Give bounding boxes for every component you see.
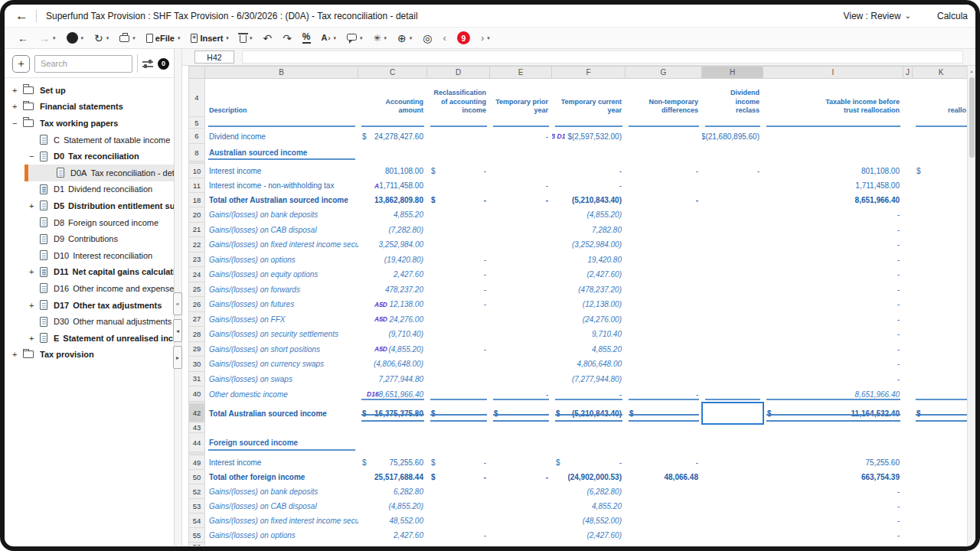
cell-E28[interactable] bbox=[490, 327, 552, 342]
column-title-E4[interactable]: Temporary prior year bbox=[490, 79, 552, 117]
cell-C18[interactable]: 13,862,809.80 bbox=[358, 193, 427, 207]
cell-F20[interactable]: (4,855.20) bbox=[552, 207, 626, 223]
cell-E31[interactable] bbox=[490, 372, 552, 387]
row-header-11[interactable]: 11 bbox=[188, 178, 205, 193]
column-title-F4[interactable]: Temporary current year bbox=[552, 79, 626, 117]
cell-F10[interactable]: - bbox=[552, 164, 626, 178]
cell-K25[interactable] bbox=[913, 282, 967, 298]
cell-H29[interactable] bbox=[702, 342, 763, 357]
cell-B31[interactable]: Gains/(losses) on swaps bbox=[205, 372, 358, 387]
cell-B26[interactable]: Gains/(losses) on futures bbox=[205, 297, 358, 312]
cell-E23[interactable] bbox=[490, 253, 552, 268]
cell-C22[interactable]: 3,252,984.00 bbox=[358, 237, 427, 253]
cell-K50[interactable] bbox=[913, 470, 967, 484]
cell-C29[interactable]: A5D(4,855.20) bbox=[358, 342, 427, 357]
cell-D54[interactable] bbox=[427, 514, 490, 528]
cell-E42[interactable]: $- bbox=[490, 404, 552, 422]
cell-E18[interactable]: - bbox=[490, 193, 552, 207]
cell-I26[interactable]: - bbox=[763, 297, 903, 312]
comment-button[interactable]: ▾ bbox=[341, 28, 368, 48]
expand-icon[interactable]: + bbox=[12, 350, 23, 359]
expand-icon[interactable]: + bbox=[29, 301, 40, 310]
cell-K5[interactable] bbox=[913, 117, 967, 129]
cell-I50[interactable]: 663,754.39 bbox=[763, 470, 903, 484]
cell-I56[interactable] bbox=[763, 543, 903, 546]
cell-J24[interactable] bbox=[903, 267, 913, 282]
column-header-F[interactable]: F bbox=[552, 66, 626, 79]
cell-E24[interactable] bbox=[490, 267, 552, 282]
cell-F5[interactable] bbox=[552, 117, 626, 129]
cell-J30[interactable] bbox=[903, 357, 913, 372]
row-header-42[interactable]: 42 bbox=[188, 404, 205, 422]
cell-G26[interactable] bbox=[626, 297, 702, 312]
calculate-button[interactable]: % bbox=[297, 28, 316, 48]
cell-C42[interactable]: $16,375,375.80 bbox=[358, 404, 427, 422]
cell-I27[interactable]: - bbox=[763, 312, 903, 328]
cell-E25[interactable] bbox=[490, 282, 552, 298]
row-header-24[interactable]: 24 bbox=[188, 267, 205, 282]
cell-D22[interactable] bbox=[427, 237, 490, 253]
cell-K55[interactable] bbox=[913, 528, 967, 543]
cell-H22[interactable] bbox=[702, 237, 763, 253]
cell-G28[interactable] bbox=[626, 327, 702, 342]
cell-G50[interactable]: 48,066.48 bbox=[626, 470, 702, 484]
cell-B21[interactable]: Gains/(losses) on CAB disposal bbox=[205, 223, 358, 238]
nud1ge-right-button[interactable]: ▸ bbox=[173, 346, 182, 369]
cell-K31[interactable] bbox=[913, 372, 967, 387]
cell-J40[interactable] bbox=[903, 386, 913, 402]
cell-B28[interactable]: Gains/(losses) on security settlements bbox=[205, 327, 358, 342]
cell-K28[interactable] bbox=[913, 327, 967, 342]
row-header-20[interactable]: 20 bbox=[188, 207, 205, 223]
cell-K6[interactable] bbox=[913, 129, 967, 144]
cell-I44[interactable] bbox=[763, 433, 903, 452]
cell-I6[interactable] bbox=[763, 129, 903, 144]
cell-B10[interactable]: Interest income bbox=[205, 164, 358, 178]
cell-J53[interactable] bbox=[903, 499, 913, 514]
cell-B49[interactable]: Interest income bbox=[205, 455, 358, 470]
cell-J25[interactable] bbox=[903, 282, 913, 298]
cell-E40[interactable]: - bbox=[490, 386, 552, 402]
cell-C23[interactable]: (19,420.80) bbox=[358, 253, 427, 268]
cell-G29[interactable] bbox=[626, 342, 702, 357]
cell-D25[interactable]: - bbox=[427, 282, 490, 298]
page-back-icon[interactable]: ← bbox=[5, 8, 36, 24]
column-header-B[interactable]: B bbox=[205, 66, 358, 79]
cell-J5[interactable] bbox=[903, 117, 913, 129]
cell-H25[interactable] bbox=[702, 282, 763, 298]
cell-F18[interactable]: (5,210,843.40) bbox=[552, 193, 626, 207]
forward-button[interactable]: →▾ bbox=[34, 28, 61, 48]
cell-G10[interactable]: - bbox=[626, 164, 702, 178]
cell-C30[interactable]: (4,806,648.00) bbox=[358, 357, 427, 372]
cell-K43[interactable] bbox=[913, 422, 967, 433]
cell-J55[interactable] bbox=[903, 528, 913, 543]
cell-E22[interactable] bbox=[490, 237, 552, 253]
cell-C6[interactable]: $24,278,427.60 bbox=[358, 129, 427, 144]
cell-H6[interactable]: $(21,680,895.60) bbox=[702, 129, 763, 144]
row-header-18[interactable]: 18 bbox=[188, 193, 205, 207]
cell-K23[interactable] bbox=[913, 253, 967, 268]
xref-link[interactable]: A5D bbox=[362, 301, 387, 308]
cell-I10[interactable]: 801,108.00 bbox=[763, 164, 903, 178]
sidebar-item-d5[interactable]: +D5Distribution entitlement summary bbox=[5, 197, 174, 214]
cell-D42[interactable]: $- bbox=[427, 404, 490, 422]
web-link-button[interactable]: ⊕▾ bbox=[392, 28, 417, 48]
font-options-button[interactable]: A▾ bbox=[316, 28, 341, 48]
column-header-G[interactable]: G bbox=[626, 66, 702, 79]
cell-K11[interactable] bbox=[913, 178, 967, 193]
row-header-22[interactable]: 22 bbox=[188, 237, 205, 253]
cell-J10[interactable] bbox=[903, 164, 913, 178]
cell-B53[interactable]: Gains/(losses) on CAB disposal bbox=[205, 499, 358, 514]
cell-I43[interactable] bbox=[763, 422, 903, 433]
cell-F11[interactable]: - bbox=[552, 178, 626, 193]
cell-I25[interactable]: - bbox=[763, 282, 903, 298]
cell-J6[interactable] bbox=[903, 129, 913, 144]
cell-I23[interactable]: - bbox=[763, 253, 903, 268]
sidebar-item-d8[interactable]: D8Foreign sourced income bbox=[5, 214, 174, 231]
column-title-B4[interactable]: Description bbox=[205, 79, 358, 117]
cell-H27[interactable] bbox=[702, 312, 763, 328]
delete-button[interactable]: ▾ bbox=[234, 28, 258, 48]
cell-C44[interactable] bbox=[358, 433, 427, 452]
row-header-56[interactable]: 56 bbox=[188, 543, 205, 546]
cell-F42[interactable]: $(5,210,843.40) bbox=[552, 404, 626, 422]
cell-F8[interactable] bbox=[552, 144, 626, 161]
